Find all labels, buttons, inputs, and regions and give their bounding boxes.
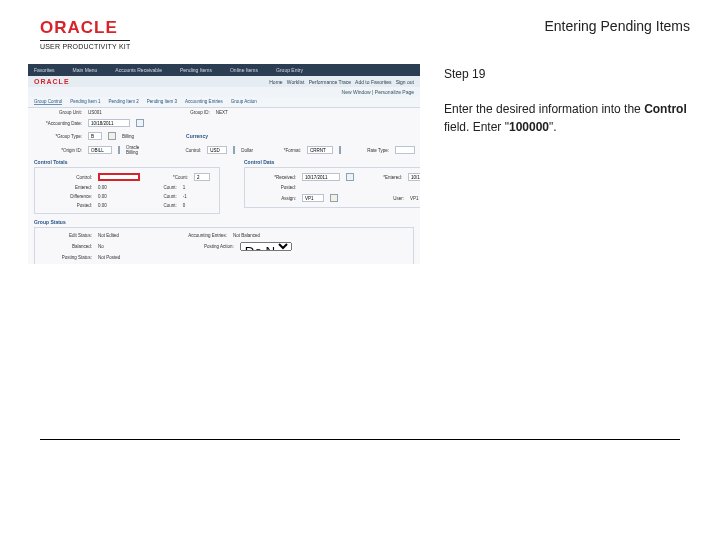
- label-posting-status: Posting Status:: [44, 255, 92, 260]
- label-posted: Posted:: [44, 203, 92, 208]
- label-posting-action: Posting Action:: [192, 244, 234, 249]
- breadcrumb: Pending Items: [180, 67, 212, 73]
- link-home[interactable]: Home: [269, 79, 282, 85]
- tab-pending-item-3[interactable]: Pending Item 3: [147, 99, 177, 105]
- label-user: User:: [362, 196, 404, 201]
- value-posted: 0.00: [98, 203, 107, 208]
- tab-pending-item-1[interactable]: Pending Item 1: [70, 99, 100, 105]
- label-entered: Entered:: [44, 185, 92, 190]
- input-control-currency[interactable]: [207, 146, 227, 154]
- label-received: *Received:: [254, 175, 296, 180]
- section-control-data: Control Data: [238, 157, 420, 167]
- input-count[interactable]: [194, 173, 210, 181]
- oracle-logo: ORACLE: [40, 18, 130, 38]
- label-count: Count:: [135, 194, 177, 199]
- tab-group-action[interactable]: Group Action: [231, 99, 257, 105]
- input-assign[interactable]: [302, 194, 324, 202]
- app-screenshot: Favorites Main Menu Accounts Receivable …: [28, 64, 420, 264]
- breadcrumb: Online Items: [230, 67, 258, 73]
- input-rate-type[interactable]: [395, 146, 415, 154]
- value-user: VP1: [410, 196, 419, 201]
- label-balanced: Balanced:: [44, 244, 92, 249]
- nav-favorites[interactable]: Favorites: [34, 67, 55, 73]
- value-difference: 0.00: [98, 194, 107, 199]
- label-assign: Assign:: [254, 196, 296, 201]
- input-origin-id[interactable]: [88, 146, 112, 154]
- lookup-icon[interactable]: [330, 194, 338, 202]
- input-entered-date[interactable]: [408, 173, 420, 181]
- logo-subtitle: USER PRODUCTIVITY KIT: [40, 40, 130, 50]
- label-count: Count:: [135, 203, 177, 208]
- label-group-id: Group ID:: [168, 110, 210, 115]
- input-group-type[interactable]: [88, 132, 102, 140]
- value-group-id: NEXT: [216, 110, 228, 115]
- calendar-icon[interactable]: [346, 173, 354, 181]
- breadcrumb: Group Entry: [276, 67, 303, 73]
- brand-block: ORACLE USER PRODUCTIVITY KIT: [40, 18, 130, 50]
- value-count-pos: 0: [183, 203, 186, 208]
- lookup-icon[interactable]: [339, 146, 341, 154]
- breadcrumb: Accounts Receivable: [115, 67, 162, 73]
- label-count: Count:: [135, 185, 177, 190]
- field-value: 100000: [509, 120, 549, 134]
- value-accounting-entries: Not Balanced: [233, 233, 260, 238]
- label-origin-id: *Origin ID:: [34, 148, 82, 153]
- value-posting-status: Not Posted: [98, 255, 120, 260]
- lookup-icon[interactable]: [233, 146, 235, 154]
- label-posted-date: Posted:: [254, 185, 296, 190]
- link-new-window[interactable]: New Window: [342, 89, 371, 95]
- lookup-icon[interactable]: [118, 146, 120, 154]
- label-group-type: *Group Type:: [34, 134, 82, 139]
- subheader-row: New Window | Personalize Page: [28, 87, 420, 97]
- value-count-dif: -1: [183, 194, 187, 199]
- select-posting-action[interactable]: Do Not Post: [240, 242, 292, 251]
- link-worklist[interactable]: Worklist: [287, 79, 305, 85]
- input-received[interactable]: [302, 173, 340, 181]
- lookup-icon[interactable]: [108, 132, 116, 140]
- value-origin-desc: Oracle Billing: [126, 145, 139, 155]
- label-entered-date: *Entered:: [360, 175, 402, 180]
- input-accounting-date[interactable]: [88, 119, 130, 127]
- value-entered: 0.00: [98, 185, 107, 190]
- tab-pending-item-2[interactable]: Pending Item 2: [109, 99, 139, 105]
- label-format: *Format:: [259, 148, 301, 153]
- link-personalize[interactable]: Personalize Page: [375, 89, 414, 95]
- link-signout[interactable]: Sign out: [396, 79, 414, 85]
- label-control-currency: Control:: [159, 148, 201, 153]
- step-label: Step 19: [444, 66, 690, 83]
- label-difference: Difference:: [44, 194, 92, 199]
- currency-section-label: Currency: [180, 131, 214, 141]
- field-name: Control: [644, 102, 687, 116]
- value-balanced: No: [98, 244, 104, 249]
- tab-accounting-entries[interactable]: Accounting Entries: [185, 99, 223, 105]
- page-title: Entering Pending Items: [544, 18, 690, 34]
- label-rate-type: Rate Type:: [347, 148, 389, 153]
- value-edit-status: Not Edited: [98, 233, 119, 238]
- page-tabs: Group Control Pending Item 1 Pending Ite…: [28, 97, 420, 108]
- page-footer-rule: [40, 439, 680, 440]
- value-count-ent: 1: [183, 185, 186, 190]
- link-perf[interactable]: Performance Trace: [309, 79, 352, 85]
- input-format[interactable]: [307, 146, 333, 154]
- instruction-panel: Step 19 Enter the desired information in…: [444, 64, 690, 264]
- input-control[interactable]: [98, 173, 140, 181]
- value-group-unit: US001: [88, 110, 102, 115]
- label-accounting-entries: Accounting Entries:: [185, 233, 227, 238]
- link-addfav[interactable]: Add to Favorites: [355, 79, 391, 85]
- tab-group-control[interactable]: Group Control: [34, 99, 62, 105]
- section-control-totals: Control Totals: [28, 157, 226, 167]
- app-brand-row: ORACLE Home Worklist Performance Trace A…: [28, 76, 420, 87]
- section-group-status: Group Status: [28, 217, 420, 227]
- value-currency-desc: Dollar: [241, 148, 253, 153]
- label-group-unit: Group Unit:: [34, 110, 82, 115]
- app-oracle-logo: ORACLE: [34, 78, 70, 85]
- label-control: Control:: [44, 175, 92, 180]
- value-group-type-desc: Billing: [122, 134, 134, 139]
- label-count: *Count:: [146, 175, 188, 180]
- label-edit-status: Edit Status:: [44, 233, 92, 238]
- app-topnav: Favorites Main Menu Accounts Receivable …: [28, 64, 420, 76]
- calendar-icon[interactable]: [136, 119, 144, 127]
- nav-mainmenu[interactable]: Main Menu: [73, 67, 98, 73]
- instruction-text: Enter the desired information into the C…: [444, 101, 690, 136]
- label-accounting-date: *Accounting Date:: [34, 121, 82, 126]
